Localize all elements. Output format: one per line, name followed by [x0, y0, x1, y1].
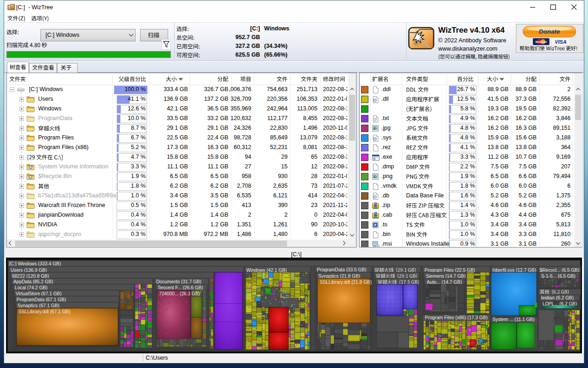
svg-text:[C:] Windows (333.4 GB): [C:] Windows (333.4 GB) — [9, 261, 61, 266]
svg-text:AppData (85.2 GB): AppData (85.2 GB) — [13, 279, 53, 284]
svg-text:Auto... (14.7 GB): Auto... (14.7 GB) — [427, 280, 462, 285]
svg-text:Users (136.9 GB): Users (136.9 GB) — [11, 268, 47, 273]
svg-text:98222 (120.8 GB): 98222 (120.8 GB) — [12, 274, 49, 279]
svg-text:VirtualStore (67.1 GB): VirtualStore (67.1 GB) — [16, 291, 62, 296]
svg-text:ProgramData (33.5 GB): ProgramData (33.5 GB) — [317, 267, 367, 272]
svg-text:System ... (11.1 GB): System ... (11.1 GB) — [492, 317, 535, 322]
svg-text:Documents (31.7 GB): Documents (31.7 GB) — [156, 279, 202, 284]
svg-text:Synaptics (67.1 GB): Synaptics (67.1 GB) — [17, 303, 59, 308]
svg-text:ProgramData (67.1 GB): ProgramData (67.1 GB) — [17, 297, 66, 302]
svg-text:Windows (42.1 GB): Windows (42.1 GB) — [246, 268, 287, 273]
svg-text:Local (74.2 GB): Local (74.2 GB) — [15, 285, 47, 290]
svg-text:SSLLibrary.ddl (67.1 GB): SSLLibrary.ddl (67.1 GB) — [18, 309, 70, 314]
svg-text:$Recycl... (6.5 GB): $Recycl... (6.5 GB) — [540, 268, 579, 273]
svg-text:Siemens (14.7 GB): Siemens (14.7 GB) — [426, 274, 466, 279]
svg-text:724000... (26.3 GB): 724000... (26.3 GB) — [159, 291, 200, 296]
svg-text:hiberfil.sys (12.7 GB): hiberfil.sys (12.7 GB) — [492, 268, 536, 273]
svg-text:leidian (6.2 GB): leidian (6.2 GB) — [541, 295, 574, 300]
svg-text:Tencent F... (26.6 GB): Tencent F... (26.6 GB) — [158, 285, 203, 290]
svg-text:Synaptics (21.8 GB): Synaptics (21.8 GB) — [318, 274, 360, 279]
svg-text:SSLLibrary.ddl (21.8 GB): SSLLibrary.ddl (21.8 GB) — [320, 280, 372, 285]
svg-text:Program Files (x86) (17.3 GB): Program Files (x86) (17.3 GB) — [425, 315, 487, 320]
svg-text:Donate: Donate — [539, 28, 560, 35]
svg-text:MasterCard: MasterCard — [536, 41, 547, 43]
svg-text:S-1-5... (6.5 GB): S-1-5... (6.5 GB) — [541, 274, 576, 279]
svg-text:Program Files (22.5 GB): Program Files (22.5 GB) — [424, 268, 475, 273]
svg-text:VISA: VISA — [555, 39, 567, 45]
